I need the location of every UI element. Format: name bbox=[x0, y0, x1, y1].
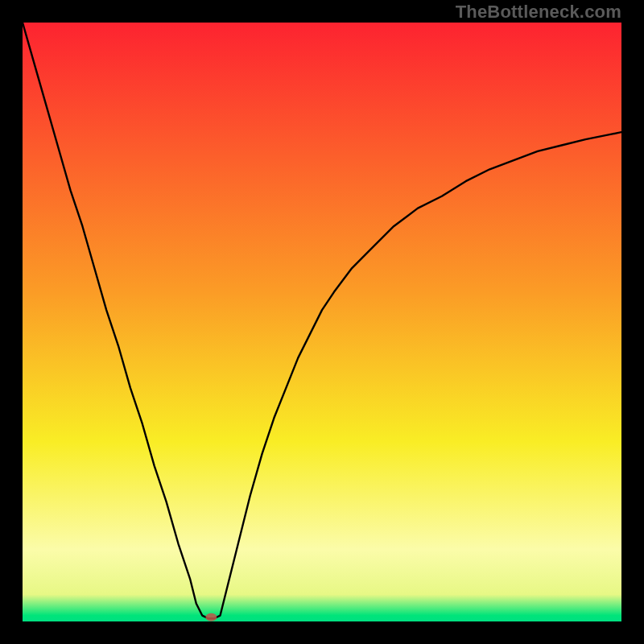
gradient-background bbox=[23, 23, 621, 621]
plot-area bbox=[23, 23, 621, 621]
watermark-text: TheBottleneck.com bbox=[456, 2, 621, 23]
bottleneck-chart bbox=[23, 23, 621, 621]
chart-frame: TheBottleneck.com bbox=[0, 0, 644, 644]
optimal-point-marker bbox=[205, 613, 217, 621]
